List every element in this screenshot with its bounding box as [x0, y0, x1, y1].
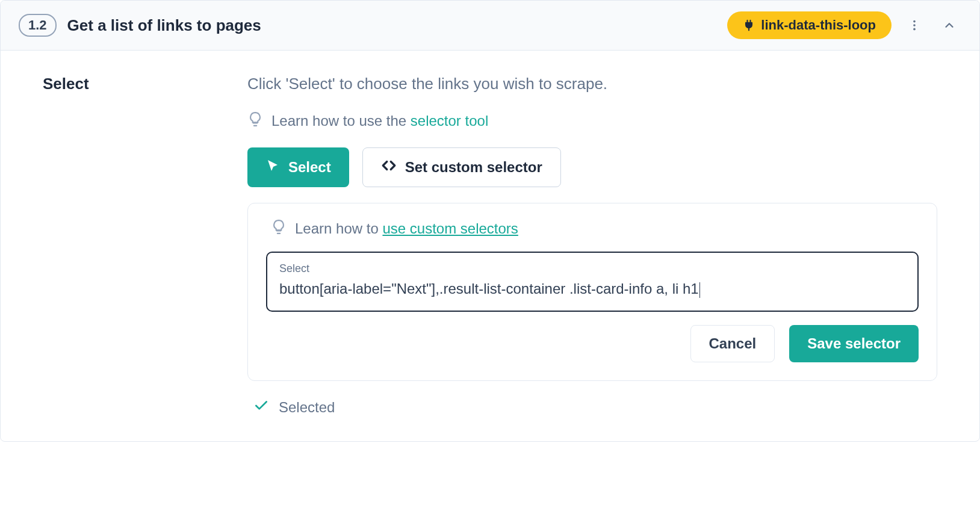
selector-input[interactable]: Select button[aria-label="Next"],.result…	[266, 252, 919, 312]
collapse-button[interactable]	[937, 13, 961, 37]
chevron-up-icon	[943, 19, 956, 32]
instruction-text: Click 'Select' to choose the links you w…	[247, 75, 937, 93]
select-button[interactable]: Select	[247, 147, 349, 187]
more-options-button[interactable]	[902, 13, 926, 37]
text-caret	[699, 282, 700, 298]
section-label: Select	[43, 75, 211, 93]
selector-tool-hint: Learn how to use the selector tool	[247, 111, 937, 131]
step-content: Select Click 'Select' to choose the link…	[1, 51, 979, 441]
step-panel: 1.2 Get a list of links to pages link-da…	[0, 0, 980, 442]
svg-point-1	[913, 24, 916, 26]
select-button-label: Select	[288, 159, 331, 176]
section-right: Click 'Select' to choose the links you w…	[247, 75, 937, 417]
kebab-icon	[908, 19, 921, 32]
selected-status: Selected	[247, 398, 937, 417]
cursor-icon	[265, 158, 280, 176]
header-right: link-data-this-loop	[727, 11, 961, 39]
lightbulb-icon	[247, 111, 263, 131]
set-custom-selector-button[interactable]: Set custom selector	[362, 147, 561, 187]
custom-selectors-link[interactable]: use custom selectors	[382, 220, 518, 237]
selector-tool-link[interactable]: selector tool	[411, 113, 488, 129]
step-title: Get a list of links to pages	[67, 16, 261, 35]
cancel-button[interactable]: Cancel	[690, 325, 775, 362]
svg-point-0	[913, 20, 916, 23]
lightbulb-icon	[271, 219, 287, 238]
custom-selector-hint: Learn how to use custom selectors	[266, 219, 919, 238]
selector-input-label: Select	[279, 262, 905, 275]
loop-tag-label: link-data-this-loop	[761, 17, 876, 33]
plug-icon	[743, 19, 755, 31]
custom-hint-prefix: Learn how to	[295, 220, 382, 237]
section-left: Select	[43, 75, 211, 417]
code-icon	[381, 158, 397, 177]
loop-tag-pill[interactable]: link-data-this-loop	[727, 11, 892, 39]
save-selector-button[interactable]: Save selector	[789, 325, 919, 362]
selector-input-value: button[aria-label="Next"],.result-list-c…	[279, 277, 905, 300]
header-left: 1.2 Get a list of links to pages	[19, 14, 261, 37]
svg-point-2	[913, 28, 916, 31]
check-icon	[253, 398, 269, 417]
set-custom-selector-label: Set custom selector	[405, 159, 542, 176]
step-header: 1.2 Get a list of links to pages link-da…	[1, 1, 979, 51]
selected-label: Selected	[279, 399, 335, 416]
custom-selector-card: Learn how to use custom selectors Select…	[247, 203, 937, 381]
selector-buttons: Select Set custom selector	[247, 147, 937, 187]
step-number-badge: 1.2	[19, 14, 57, 37]
hint-prefix: Learn how to use the	[271, 113, 411, 129]
custom-selector-actions: Cancel Save selector	[266, 325, 919, 362]
